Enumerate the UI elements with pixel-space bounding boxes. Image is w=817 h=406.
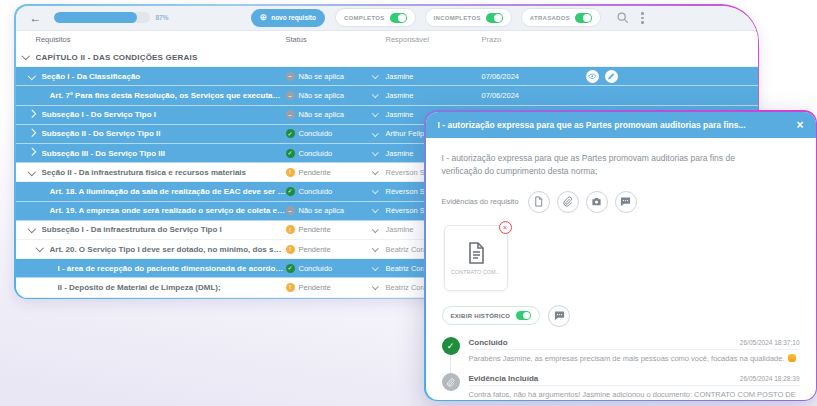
row-chevron-icon[interactable] xyxy=(28,110,36,118)
timeline-title: Concluído xyxy=(469,338,508,347)
status-label: Não se aplica xyxy=(299,91,344,100)
status-caret-icon[interactable] xyxy=(372,206,378,212)
status-label: Não se aplica xyxy=(299,206,344,215)
status-caret-icon[interactable] xyxy=(372,130,378,136)
table-row[interactable]: CAPÍTULO II - DAS CONDIÇÕES GERAIS xyxy=(16,48,758,67)
status-label: Concluído xyxy=(299,129,333,138)
plus-circle-icon: ⊕ xyxy=(260,13,268,22)
status-caret-icon[interactable] xyxy=(372,226,378,232)
history-timeline: ✓ Concluído 26/05/2024 18:37:10 Parabéns… xyxy=(442,337,800,400)
status-caret-icon[interactable] xyxy=(372,91,378,97)
attachment-card[interactable]: CONTRATO COM... × xyxy=(444,225,508,291)
pencil-icon xyxy=(607,72,616,81)
switch-icon[interactable] xyxy=(486,13,503,23)
kebab-menu-icon[interactable] xyxy=(641,12,644,24)
eye-button[interactable] xyxy=(586,70,599,83)
show-history-toggle[interactable]: EXIBIR HISTÓRICO xyxy=(442,306,541,325)
row-chevron-icon[interactable] xyxy=(28,148,36,156)
document-icon xyxy=(533,196,544,207)
timeline-badge-icon xyxy=(442,373,460,391)
status-badge: Concluído xyxy=(286,149,366,158)
status-caret-icon[interactable] xyxy=(372,245,378,251)
paperclip-icon xyxy=(562,196,573,207)
status-caret-icon[interactable] xyxy=(372,187,378,193)
topbar: ← 87% ⊕ novo requisito COMPLETOSINCOMPLE… xyxy=(16,6,758,32)
row-actions xyxy=(568,70,758,83)
row-label: Subseção II - Do Serviço Tipo II xyxy=(42,129,286,138)
pencil-button[interactable] xyxy=(605,70,618,83)
comments-button[interactable] xyxy=(548,305,570,327)
progress-label: 87% xyxy=(156,14,169,21)
column-prazo: Prazo xyxy=(482,35,568,44)
row-label: I - área de recepção do paciente dimensi… xyxy=(58,264,286,273)
toggle-atrasados[interactable]: ATRASADOS xyxy=(521,8,601,27)
table-row[interactable]: Seção I - Da Classificação Não se aplica… xyxy=(16,67,758,86)
status-icon xyxy=(286,149,295,158)
row-label: Art. 18. A iluminação da sala de realiza… xyxy=(50,187,286,196)
progress-fill xyxy=(54,12,138,23)
row-label: Seção II - Da infraestrutura física e re… xyxy=(42,168,286,177)
status-label: Pendente xyxy=(299,168,331,177)
status-badge: Pendente xyxy=(286,245,366,254)
document-button[interactable] xyxy=(528,191,550,213)
row-chevron-icon[interactable] xyxy=(28,71,36,79)
status-caret-icon[interactable] xyxy=(372,149,378,155)
status-icon xyxy=(286,110,295,119)
status-caret-icon[interactable] xyxy=(372,111,378,117)
toggle-label: ATRASADOS xyxy=(530,15,570,21)
timeline-message: Parabéns Jasmine, as empresas precisam d… xyxy=(469,354,785,363)
remove-attachment-button[interactable]: × xyxy=(499,221,512,234)
status-caret-icon[interactable] xyxy=(372,283,378,289)
row-label: Art. 7º Para fins desta Resolução, os Se… xyxy=(50,91,286,100)
row-chevron-icon[interactable] xyxy=(28,129,36,137)
row-label: CAPÍTULO II - DAS CONDIÇÕES GERAIS xyxy=(36,53,286,62)
status-icon xyxy=(286,264,295,273)
timeline-entry: Evidência Incluída 26/05/2024 18:28:39 C… xyxy=(442,373,800,399)
requirement-detail-panel: I - autorização expressa para que as Par… xyxy=(426,112,816,400)
emoji xyxy=(788,354,796,362)
row-chevron-icon[interactable] xyxy=(28,225,36,233)
status-badge: Não se aplica xyxy=(286,91,366,100)
status-label: Não se aplica xyxy=(299,72,344,81)
history-switch-icon[interactable] xyxy=(516,311,531,320)
table-row[interactable]: Art. 7º Para fins desta Resolução, os Se… xyxy=(16,86,758,105)
comment-icon xyxy=(620,196,631,207)
switch-icon[interactable] xyxy=(575,13,592,23)
panel-body: I - autorização expressa para que as Par… xyxy=(426,138,816,400)
status-label: Pendente xyxy=(299,283,331,292)
status-caret-icon[interactable] xyxy=(372,72,378,78)
status-caret-icon[interactable] xyxy=(372,264,378,270)
status-caret-icon[interactable] xyxy=(372,168,378,174)
row-responsible: Jasmine xyxy=(386,91,482,100)
toggle-label: COMPLETOS xyxy=(344,15,385,21)
comment-icon xyxy=(554,310,565,321)
status-badge: Concluído xyxy=(286,264,366,273)
paperclip-button[interactable] xyxy=(557,191,579,213)
panel-header: I - autorização expressa para que as Par… xyxy=(426,112,816,138)
attachment-caption: CONTRATO COM... xyxy=(451,269,500,275)
table-header: Requisitos Status Responsável Prazo xyxy=(16,31,758,48)
status-badge: Não se aplica xyxy=(286,206,366,215)
camera-button[interactable] xyxy=(586,191,608,213)
toggle-incompletos[interactable]: INCOMPLETOS xyxy=(425,8,512,27)
back-button[interactable]: ← xyxy=(30,12,42,24)
status-badge: Não se aplica xyxy=(286,110,366,119)
status-badge: Pendente xyxy=(286,225,366,234)
column-status: Status xyxy=(286,35,366,44)
new-requirement-button[interactable]: ⊕ novo requisito xyxy=(251,9,325,27)
row-chevron-icon[interactable] xyxy=(28,167,36,175)
row-chevron-icon[interactable] xyxy=(22,52,30,60)
row-label: II - Depósito de Material de Limpeza (DM… xyxy=(58,283,286,292)
timeline-badge-icon: ✓ xyxy=(442,337,460,355)
toggle-completos[interactable]: COMPLETOS xyxy=(335,8,416,27)
row-chevron-icon[interactable] xyxy=(36,244,44,252)
new-requirement-label: novo requisito xyxy=(271,14,316,21)
close-icon[interactable]: × xyxy=(796,119,803,131)
history-row: EXIBIR HISTÓRICO xyxy=(442,305,800,327)
status-badge: Concluído xyxy=(286,187,366,196)
column-responsavel: Responsável xyxy=(386,35,482,44)
search-icon[interactable] xyxy=(616,11,629,24)
comment-button[interactable] xyxy=(615,191,637,213)
switch-icon[interactable] xyxy=(390,13,407,23)
timeline-entry: ✓ Concluído 26/05/2024 18:37:10 Parabéns… xyxy=(442,337,800,365)
